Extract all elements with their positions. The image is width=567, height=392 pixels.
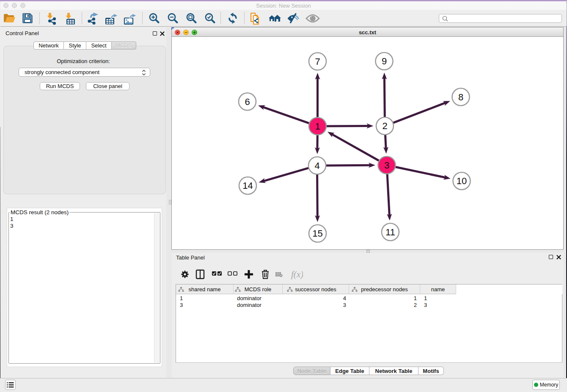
svg-text:2: 2: [382, 121, 387, 131]
svg-text:10: 10: [457, 176, 467, 186]
svg-text:8: 8: [458, 92, 463, 102]
svg-text:15: 15: [312, 228, 322, 239]
svg-text:11: 11: [385, 227, 395, 237]
svg-text:14: 14: [242, 180, 253, 191]
svg-text:6: 6: [245, 97, 250, 107]
svg-text:1: 1: [315, 121, 320, 132]
svg-text:9: 9: [382, 56, 387, 66]
svg-text:3: 3: [384, 160, 389, 171]
svg-text:f(x): f(x): [291, 269, 303, 279]
svg-text:7: 7: [315, 56, 320, 67]
svg-text:4: 4: [314, 160, 319, 171]
